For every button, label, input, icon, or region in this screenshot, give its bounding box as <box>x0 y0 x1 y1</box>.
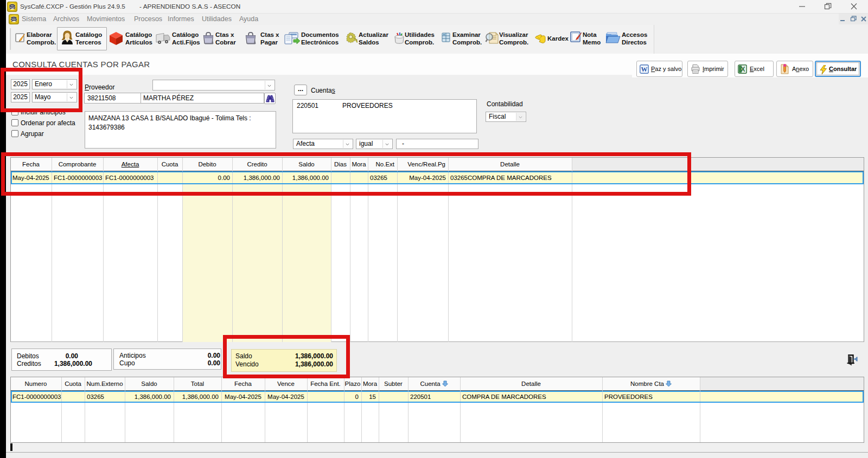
svg-text:W: W <box>641 66 648 73</box>
svg-text:X: X <box>741 66 745 73</box>
